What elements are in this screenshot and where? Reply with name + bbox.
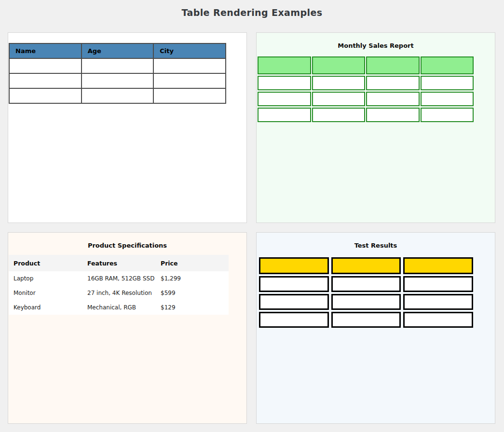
table-cell: [403, 276, 473, 292]
column-header: [312, 56, 366, 74]
column-header-name: Name: [9, 43, 82, 58]
table-row: [258, 92, 474, 106]
sales-table: [257, 55, 475, 124]
column-header: [259, 257, 329, 274]
column-header: [258, 56, 311, 74]
tests-table-header-row: [259, 257, 473, 274]
column-header: [403, 257, 473, 274]
product-price-cell: $599: [156, 286, 229, 300]
panel-title-test-results: Test Results: [257, 242, 495, 249]
product-price-cell: $129: [156, 300, 229, 315]
table-row: Monitor 27 inch, 4K Resolution $599: [9, 286, 229, 300]
basic-table: Name Age City: [9, 43, 226, 104]
table-cell: [259, 276, 329, 292]
table-row: [258, 108, 474, 122]
column-header-price: Price: [156, 255, 229, 271]
sales-table-header-row: [258, 56, 474, 74]
panel-title-product-specs: Product Specifications: [8, 242, 246, 249]
table-cell: [312, 92, 366, 106]
column-header: [366, 56, 420, 74]
table-cell: [403, 312, 473, 328]
test-results-panel: Test Results: [256, 232, 495, 424]
table-cell: [9, 88, 82, 103]
products-table: Product Features Price Laptop 16GB RAM, …: [9, 255, 229, 315]
column-header-features: Features: [82, 255, 156, 271]
table-cell: [153, 88, 226, 103]
table-cell: [259, 312, 329, 328]
table-row: [259, 276, 473, 292]
products-table-header-row: Product Features Price: [9, 255, 229, 271]
tests-table: [257, 255, 476, 330]
table-cell: [82, 73, 154, 88]
product-price-cell: $1,299: [156, 271, 229, 286]
page-title: Table Rendering Examples: [0, 7, 504, 18]
table-cell: [258, 108, 311, 122]
table-cell: [331, 294, 401, 310]
table-row: [9, 58, 226, 73]
table-cell: [258, 92, 311, 106]
table-cell: [153, 73, 226, 88]
product-features-cell: Mechanical, RGB: [82, 300, 156, 315]
column-header: [331, 257, 401, 274]
panel-title-monthly-sales: Monthly Sales Report: [257, 42, 495, 49]
table-cell: [312, 108, 366, 122]
table-cell: [421, 108, 474, 122]
column-header-age: Age: [82, 43, 154, 58]
table-row: Laptop 16GB RAM, 512GB SSD $1,299: [9, 271, 229, 286]
product-features-cell: 16GB RAM, 512GB SSD: [82, 271, 156, 286]
table-cell: [421, 92, 474, 106]
table-cell: [82, 58, 154, 73]
column-header-city: City: [153, 43, 226, 58]
table-row: [9, 73, 226, 88]
product-specifications-panel: Product Specifications Product Features …: [8, 232, 247, 424]
basic-table-header-row: Name Age City: [9, 43, 226, 58]
table-cell: [9, 73, 82, 88]
table-cell: [82, 88, 154, 103]
table-cell: [153, 58, 226, 73]
column-header-product: Product: [9, 255, 82, 271]
table-cell: [331, 312, 401, 328]
table-row: [9, 88, 226, 103]
table-cell: [366, 108, 420, 122]
table-cell: [366, 92, 420, 106]
table-cell: [403, 294, 473, 310]
table-cell: [258, 76, 311, 90]
table-row: [258, 76, 474, 90]
product-features-cell: 27 inch, 4K Resolution: [82, 286, 156, 300]
product-name-cell: Monitor: [9, 286, 82, 300]
table-row: Keyboard Mechanical, RGB $129: [9, 300, 229, 315]
basic-table-panel: Name Age City: [8, 32, 247, 223]
table-cell: [259, 294, 329, 310]
table-cell: [9, 58, 82, 73]
table-row: [259, 294, 473, 310]
table-cell: [421, 76, 474, 90]
table-cell: [312, 76, 366, 90]
product-name-cell: Keyboard: [9, 300, 82, 315]
product-name-cell: Laptop: [9, 271, 82, 286]
table-row: [259, 312, 473, 328]
table-cell: [331, 276, 401, 292]
column-header: [421, 56, 474, 74]
monthly-sales-report-panel: Monthly Sales Report: [256, 32, 495, 223]
table-cell: [366, 76, 420, 90]
